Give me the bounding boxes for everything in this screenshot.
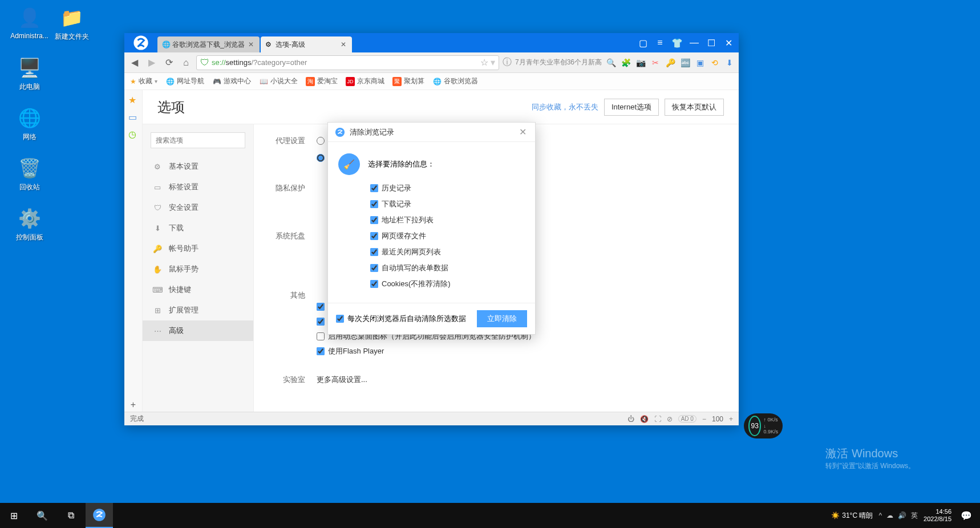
bookmark-item[interactable]: 淘爱淘宝: [306, 76, 338, 86]
tab-0[interactable]: 🌐 谷歌浏览器下载_浏览器 ✕: [157, 36, 260, 52]
sync-link[interactable]: 同步收藏，永不丢失: [532, 102, 598, 112]
close-icon[interactable]: ✕: [720, 36, 736, 50]
power-icon[interactable]: ⏻: [627, 415, 634, 423]
bookmark-item[interactable]: 聚聚划算: [392, 76, 424, 86]
clear-forms-checkbox[interactable]: [370, 264, 378, 272]
sidebar-item-account[interactable]: 🔑帐号助手: [143, 238, 253, 259]
sidebar-item-shortcut[interactable]: ⌨快捷键: [143, 279, 253, 300]
desktop-icon-newfolder[interactable]: 📁新建文件夹: [50, 6, 93, 42]
minimize-icon[interactable]: —: [686, 36, 702, 50]
account-icon[interactable]: ▢: [635, 36, 651, 50]
clock[interactable]: 14:56 2022/8/15: [924, 508, 951, 523]
history-icon[interactable]: ◷: [128, 129, 139, 139]
mute-icon[interactable]: 🔇: [640, 415, 649, 423]
sidebar-item-security[interactable]: 🛡安全设置: [143, 197, 253, 218]
ad-count[interactable]: AD 0: [678, 415, 696, 423]
search-button[interactable]: 🔍: [29, 503, 56, 528]
close-icon[interactable]: ✕: [247, 40, 255, 48]
back-icon[interactable]: ◀: [128, 56, 141, 70]
info-icon[interactable]: ⓘ: [503, 56, 512, 68]
sidebar-item-advanced[interactable]: ⋯高级: [143, 320, 253, 341]
proxy-custom-radio[interactable]: [317, 154, 325, 162]
performance-widget[interactable]: 93 ↑ 0K/s↓ 0.9K/s: [744, 413, 783, 438]
star-icon[interactable]: ★: [128, 95, 139, 105]
clear-cookies-checkbox[interactable]: [370, 280, 378, 288]
puzzle-icon[interactable]: 🧩: [620, 57, 631, 68]
zoom-out-icon[interactable]: −: [702, 415, 706, 423]
clear-history-checkbox[interactable]: [370, 184, 378, 192]
close-icon[interactable]: ✕: [517, 127, 528, 137]
url-input[interactable]: 🛡 se://settings/?category=other ☆ ▾: [196, 55, 499, 70]
bookmark-item[interactable]: JD京东商城: [346, 76, 384, 86]
clear-downloads-checkbox[interactable]: [370, 200, 378, 208]
clear-cache-checkbox[interactable]: [370, 232, 378, 240]
skin-icon[interactable]: 👕: [669, 36, 685, 50]
desktop-icon-controlpanel[interactable]: ⚙️控制面板: [8, 206, 51, 242]
weather-widget[interactable]: ☀️31°C 晴朗: [831, 511, 873, 521]
other-qq-checkbox[interactable]: [317, 303, 325, 311]
status-bar: 完成 ⏻ 🔇 ⛶ ⊘ AD 0 − 100 +: [124, 412, 739, 425]
proxy-none-radio[interactable]: [317, 137, 325, 145]
search-icon[interactable]: 🔍: [605, 57, 617, 68]
taskview-button[interactable]: ⧉: [57, 503, 84, 528]
other-flash-checkbox[interactable]: [317, 347, 325, 355]
menu-icon[interactable]: ≡: [652, 36, 668, 50]
clear-addressbar-checkbox[interactable]: [370, 216, 378, 224]
keyboard-icon: ⌨: [153, 285, 162, 294]
sidebar-item-basic[interactable]: ⚙基本设置: [143, 156, 253, 177]
block-icon[interactable]: ⊘: [667, 415, 673, 423]
sidebar-item-extensions[interactable]: ⊞扩展管理: [143, 300, 253, 320]
bookmark-item[interactable]: 🌐网址导航: [165, 76, 204, 86]
bookmark-item[interactable]: 🎮游戏中心: [212, 76, 251, 86]
zoom-in-icon[interactable]: +: [729, 415, 733, 423]
other-desktop-checkbox[interactable]: [317, 332, 325, 340]
star-icon[interactable]: ☆: [480, 57, 488, 68]
desktop-icon-thispc[interactable]: 🖥️此电脑: [8, 56, 51, 92]
chevron-up-icon[interactable]: ^: [878, 511, 882, 519]
percent-circle: 93: [748, 416, 761, 436]
ime-indicator[interactable]: 英: [911, 511, 918, 521]
clear-now-button[interactable]: 立即清除: [477, 310, 527, 327]
auto-clear-checkbox[interactable]: [336, 315, 344, 323]
forward-icon[interactable]: ▶: [145, 56, 159, 70]
other-weibo-checkbox[interactable]: [317, 318, 325, 326]
tab-1[interactable]: ⚙ 选项-高级 ✕: [261, 36, 352, 52]
screenshot-icon[interactable]: 📷: [635, 57, 646, 68]
news-ticker[interactable]: 7月青年失业率创36个月新高: [515, 58, 602, 67]
desktop-icon-network[interactable]: 🌐网络: [8, 106, 51, 142]
tab-icon: ▭: [153, 182, 162, 192]
settings-search-input[interactable]: [151, 132, 245, 148]
sogou-taskbar-icon[interactable]: [86, 503, 113, 528]
start-button[interactable]: ⊞: [0, 503, 27, 528]
home-icon[interactable]: ⌂: [179, 56, 193, 70]
maximize-icon[interactable]: ☐: [703, 36, 719, 50]
clear-recent-checkbox[interactable]: [370, 248, 378, 256]
desktop-icon-recycle[interactable]: 🗑️回收站: [8, 156, 51, 192]
dialog-body: 🧹 选择要清除的信息： 历史记录 下载记录 地址栏下拉列表 网页缓存文件 最近关…: [328, 142, 535, 303]
key-icon[interactable]: 🔑: [665, 57, 676, 68]
more-advanced-link[interactable]: 更多高级设置...: [317, 375, 367, 384]
window-icon[interactable]: ▣: [694, 57, 706, 68]
restore-icon[interactable]: ⟲: [709, 57, 720, 68]
add-panel-icon[interactable]: +: [127, 398, 140, 412]
notifications-icon[interactable]: 💬: [957, 510, 975, 521]
restore-defaults-button[interactable]: 恢复本页默认: [665, 99, 724, 116]
sidebar-item-download[interactable]: ⬇下载: [143, 218, 253, 238]
translate-icon[interactable]: 🔤: [679, 57, 691, 68]
bookmark-item[interactable]: 🌐谷歌浏览器: [432, 76, 478, 86]
settings-icon: ⚙️: [18, 206, 42, 230]
expand-icon[interactable]: ⛶: [654, 415, 661, 423]
internet-options-button[interactable]: Internet选项: [604, 99, 659, 116]
favorites-button[interactable]: ★收藏▾: [130, 76, 157, 86]
desktop-icon-admin[interactable]: 👤Administra...: [8, 6, 51, 40]
sidebar-item-gesture[interactable]: ✋鼠标手势: [143, 259, 253, 279]
sidebar-item-tabs[interactable]: ▭标签设置: [143, 177, 253, 197]
book-icon[interactable]: ▭: [128, 112, 139, 122]
close-icon[interactable]: ✕: [339, 40, 347, 48]
scissors-icon[interactable]: ✂: [650, 57, 661, 68]
bookmark-item[interactable]: 📖小说大全: [259, 76, 298, 86]
reload-icon[interactable]: ⟳: [162, 56, 176, 70]
onedrive-icon[interactable]: ☁: [886, 511, 893, 519]
volume-icon[interactable]: 🔊: [898, 511, 906, 519]
download-icon[interactable]: ⬇: [724, 57, 735, 68]
